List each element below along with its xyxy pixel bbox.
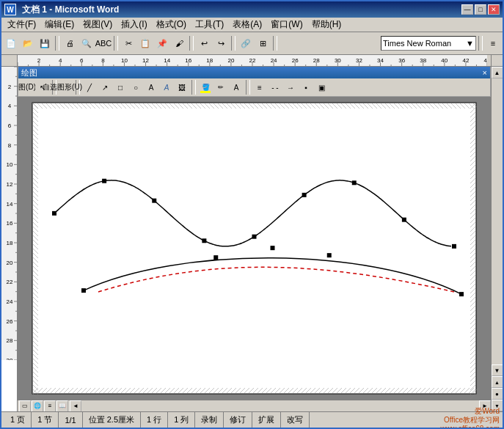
wordart-tool[interactable]: A	[159, 80, 174, 95]
toolbar-options-button[interactable]: ≡	[485, 35, 501, 51]
v-scroll-down[interactable]: ▼	[492, 364, 503, 376]
draw-menu-btn[interactable]: 绘图(D)▼	[20, 80, 34, 95]
status-position: 位置 2.5厘米	[83, 412, 141, 428]
v-scroll-up[interactable]: ▲	[492, 67, 503, 78]
outline-view-btn[interactable]: ≡	[44, 400, 56, 412]
autoshape-btn[interactable]: 自选图形(U)▼	[59, 80, 73, 95]
normal-view-btn[interactable]: ▭	[19, 400, 31, 412]
line-color-btn[interactable]: ✏	[213, 80, 228, 95]
horizontal-ruler	[18, 55, 491, 67]
new-button[interactable]: 📄	[3, 35, 19, 51]
h-scrollbar: ▭ 🌐 ≡ 📖 ◄ ►	[18, 400, 491, 411]
menu-window[interactable]: 窗口(W)	[266, 17, 307, 32]
maximize-button[interactable]: □	[475, 4, 486, 15]
font-name-box[interactable]: Times New Roman ▼	[381, 36, 476, 51]
menu-view[interactable]: 视图(V)	[78, 17, 117, 32]
arrow-tool[interactable]: ↗	[98, 80, 112, 95]
title-bar: W 文档 1 - Microsoft Word — □ ✕	[1, 1, 503, 18]
preview-button[interactable]: 🔍	[78, 35, 95, 51]
spell-button[interactable]: ABC	[95, 35, 112, 51]
view-buttons: ▭ 🌐 ≡ 📖	[18, 400, 70, 412]
menu-format[interactable]: 格式(O)	[152, 17, 191, 32]
status-line: 1 行	[141, 412, 168, 428]
drawing-toolbar-content: 绘图(D)▼ ↖ 自选图形(U)▼ ╱ ↗ □ ○ A A 🖼	[18, 78, 490, 96]
menu-file[interactable]: 文件(F)	[3, 17, 40, 32]
textbox-tool[interactable]: A	[144, 80, 158, 95]
paste-button[interactable]: 📌	[154, 35, 170, 51]
3d-btn[interactable]: ▣	[314, 80, 329, 95]
fill-color-btn[interactable]: 🪣	[198, 80, 213, 95]
ruler-corner	[1, 55, 18, 67]
menu-tools[interactable]: 工具(T)	[191, 17, 228, 32]
rect-tool[interactable]: □	[113, 80, 128, 95]
clipart-tool[interactable]: 🖼	[175, 80, 189, 95]
save-button[interactable]: 💾	[37, 35, 53, 51]
ellipse-tool[interactable]: ○	[128, 80, 143, 95]
open-button[interactable]: 📂	[20, 35, 36, 51]
separator-6	[478, 36, 483, 51]
app-window: W 文档 1 - Microsoft Word — □ ✕ 文件(F) 编辑(E…	[0, 0, 504, 429]
status-revise: 修订	[224, 412, 252, 428]
menu-bar: 文件(F) 编辑(E) 视图(V) 插入(I) 格式(O) 工具(T) 表格(A…	[1, 18, 503, 32]
ruler-row	[1, 55, 503, 67]
hyperlink-button[interactable]: 🔗	[238, 35, 254, 51]
h-scrollbar-track[interactable]	[81, 400, 479, 412]
toolbar-row-1: 📄 📂 💾 🖨 🔍 ABC ✂ 📋 📌 🖌 ↩ ↪ 🔗 ⊞ Times New …	[1, 32, 503, 55]
status-overwrite: 改写	[281, 412, 310, 428]
web-view-btn[interactable]: 🌐	[32, 400, 43, 412]
menu-insert[interactable]: 插入(I)	[117, 17, 151, 32]
drawing-panel-title: 绘图	[21, 67, 37, 78]
window-title: 文档 1 - Microsoft Word	[19, 4, 461, 16]
vruler-canvas	[1, 67, 18, 360]
page-canvas-wrapper	[18, 97, 491, 400]
center-column: 绘图 × 绘图(D)▼ ↖ 自选图形(U)▼ ╱ ↗ □	[18, 67, 491, 411]
select-browse-btn[interactable]: ●	[492, 388, 503, 400]
status-page-of: 1/1	[59, 412, 82, 428]
separator-1	[55, 36, 59, 51]
line-style-btn[interactable]: ≡	[252, 80, 267, 95]
drawing-panel-close[interactable]: ×	[483, 68, 487, 77]
status-bar: 1 页 1 节 1/1 位置 2.5厘米 1 行 1 列 录制 修订 扩展 改写…	[1, 411, 503, 428]
window-controls: — □ ✕	[461, 4, 500, 15]
line-tool[interactable]: ╱	[82, 80, 97, 95]
prev-page-btn[interactable]: ▲	[492, 376, 503, 388]
cut-button[interactable]: ✂	[120, 35, 136, 51]
status-extend: 扩展	[252, 412, 281, 428]
reading-view-btn[interactable]: 📖	[56, 400, 68, 412]
shadow-btn[interactable]: ▪	[299, 80, 313, 95]
drawing-panel: 绘图 × 绘图(D)▼ ↖ 自选图形(U)▼ ╱ ↗ □	[18, 67, 491, 97]
page-canvas	[18, 97, 491, 400]
drawing-panel-titlebar: 绘图 ×	[18, 67, 490, 78]
minimize-button[interactable]: —	[461, 4, 473, 15]
draw-sep-2	[76, 80, 80, 95]
draw-sep-3	[191, 80, 196, 95]
ruler-canvas	[18, 55, 487, 67]
table-button[interactable]: ⊞	[255, 35, 271, 51]
close-button[interactable]: ✕	[488, 4, 500, 15]
watermark: 爱Word Office教程学习网 www.office68.com	[441, 407, 500, 430]
status-record: 录制	[195, 412, 224, 428]
font-color-btn[interactable]: A	[229, 80, 244, 95]
menu-edit[interactable]: 编辑(E)	[40, 17, 78, 32]
arrow-style-btn[interactable]: →	[283, 80, 298, 95]
menu-table[interactable]: 表格(A)	[228, 17, 266, 32]
print-button[interactable]: 🖨	[62, 35, 78, 51]
separator-4	[231, 36, 235, 51]
dash-style-btn[interactable]: - -	[268, 80, 282, 95]
v-scrollbar: ▲ ▼ ▲ ● ▼	[491, 67, 503, 411]
draw-sep-4	[246, 80, 250, 95]
separator-2	[114, 36, 118, 51]
vertical-ruler	[1, 67, 18, 411]
v-scrollbar-track[interactable]	[492, 78, 503, 364]
redo-button[interactable]: ↪	[213, 35, 229, 51]
copy-button[interactable]: 📋	[137, 35, 153, 51]
format-painter-button[interactable]: 🖌	[171, 35, 187, 51]
undo-button[interactable]: ↩	[196, 35, 212, 51]
status-col: 1 列	[168, 412, 195, 428]
h-scroll-left[interactable]: ◄	[70, 400, 81, 412]
status-section: 1 节	[32, 412, 59, 428]
word-icon: W	[4, 4, 16, 15]
content-area: 绘图 × 绘图(D)▼ ↖ 自选图形(U)▼ ╱ ↗ □	[1, 67, 503, 411]
separator-5	[273, 36, 277, 51]
menu-help[interactable]: 帮助(H)	[307, 17, 346, 32]
